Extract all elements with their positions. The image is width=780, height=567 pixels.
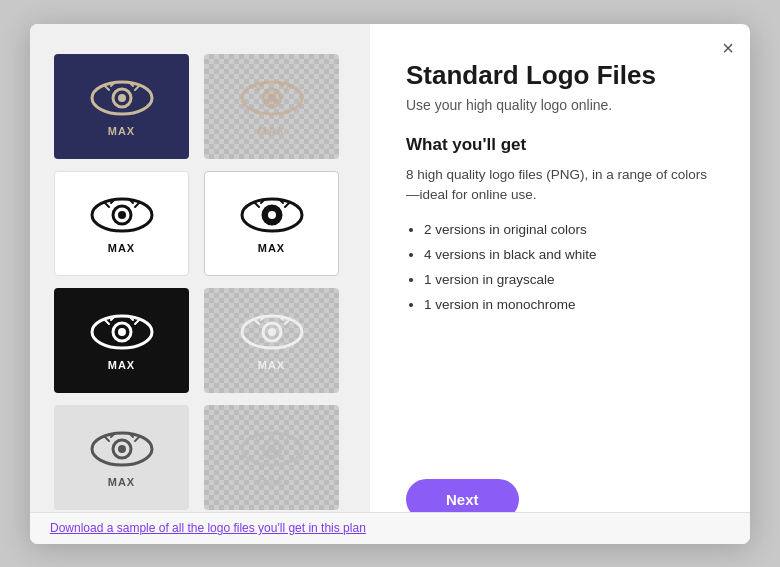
tile-8-label: MAX [258,476,285,488]
logo-tile-5: MAX [54,288,189,393]
logo-icon-5 [87,310,157,355]
tile-5-label: MAX [108,359,135,371]
bottom-bar-link[interactable]: Download a sample of all the logo files … [50,521,366,535]
logo-tile-4: MAX [204,171,339,276]
logo-preview-panel: MAX MAX MAX [30,24,370,544]
svg-point-5 [268,94,276,102]
tile-3-label: MAX [108,242,135,254]
section-heading: What you'll get [406,135,714,155]
logo-tile-6: MAX [204,288,339,393]
logo-icon-8 [237,427,307,472]
feature-list: 2 versions in original colors 4 versions… [406,221,714,321]
tile-2-label: MAX [258,125,285,137]
tile-6-label: MAX [258,359,285,371]
logo-icon-2 [237,76,307,121]
panel-subtitle: Use your high quality logo online. [406,97,714,113]
svg-point-2 [118,94,126,102]
logo-tile-7: MAX [54,405,189,510]
svg-point-23 [268,445,276,453]
feature-item-2: 4 versions in black and white [424,246,714,265]
logo-icon-7 [87,427,157,472]
svg-point-11 [268,211,276,219]
panel-title: Standard Logo Files [406,60,714,91]
logo-tile-2: MAX [204,54,339,159]
svg-point-20 [118,445,126,453]
description-text: 8 high quality logo files (PNG), in a ra… [406,165,714,206]
svg-point-14 [118,328,126,336]
dialog: × MAX MAX [30,24,750,544]
logo-tile-8: MAX [204,405,339,510]
logo-icon-4 [237,193,307,238]
tile-1-label: MAX [108,125,135,137]
logo-tile-3: MAX [54,171,189,276]
close-button[interactable]: × [722,38,734,58]
feature-item-4: 1 version in monochrome [424,296,714,315]
tile-4-label: MAX [258,242,285,254]
svg-point-8 [118,211,126,219]
feature-item-1: 2 versions in original colors [424,221,714,240]
info-panel: Standard Logo Files Use your high qualit… [370,24,750,544]
logo-tile-1: MAX [54,54,189,159]
logo-icon-6 [237,310,307,355]
bottom-bar: Download a sample of all the logo files … [30,512,750,544]
feature-item-3: 1 version in grayscale [424,271,714,290]
logo-icon-3 [87,193,157,238]
logo-icon-1 [87,76,157,121]
tile-7-label: MAX [108,476,135,488]
svg-point-17 [268,328,276,336]
